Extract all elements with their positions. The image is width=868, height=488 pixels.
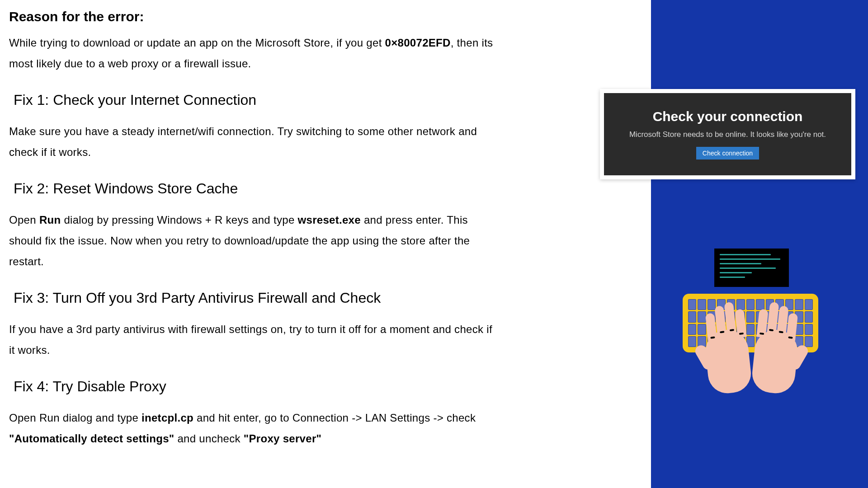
text-fragment: Open Run dialog and type (9, 412, 142, 424)
fix-body-4: Open Run dialog and type inetcpl.cp and … (9, 408, 497, 449)
fix-heading-1: Fix 1: Check your Internet Connection (14, 92, 497, 108)
fix-body-1: Make sure you have a steady internet/wif… (9, 121, 497, 162)
reason-heading: Reason for the error: (9, 9, 497, 24)
text-fragment: and hit enter, go to Connection -> LAN S… (193, 412, 476, 424)
text-fragment: "Automatically detect settings" (9, 432, 174, 445)
article-body: Reason for the error: While trying to do… (0, 0, 497, 449)
text-fragment: inetcpl.cp (142, 412, 193, 424)
fix-heading-4: Fix 4: Try Disable Proxy (14, 378, 497, 395)
right-hand-icon (746, 300, 807, 396)
text-fragment: Run (39, 214, 61, 226)
text-fragment: Open (9, 214, 39, 226)
text-fragment: If you have a 3rd party antivirus with f… (9, 323, 492, 356)
text-fragment: dialog by pressing Windows + R keys and … (61, 214, 297, 226)
error-code: 0×80072EFD (385, 37, 451, 49)
fix-heading-3: Fix 3: Turn Off you 3rd Party Antivirus … (14, 290, 497, 306)
text-fragment: Make sure you have a steady internet/wif… (9, 125, 477, 158)
reason-text: While trying to download or update an ap… (9, 33, 497, 74)
text-fragment: "Proxy server" (244, 432, 321, 445)
text-fragment: wsreset.exe (298, 214, 361, 226)
fix-heading-2: Fix 2: Reset Windows Store Cache (14, 180, 497, 197)
fix-body-3: If you have a 3rd party antivirus with f… (9, 319, 497, 360)
fix-body-2: Open Run dialog by pressing Windows + R … (9, 210, 497, 272)
check-connection-inner: Check your connection Microsoft Store ne… (604, 93, 851, 175)
terminal-icon (714, 249, 789, 287)
check-connection-button[interactable]: Check connection (696, 147, 759, 160)
connection-card-title: Check your connection (653, 109, 803, 124)
text-fragment: and uncheck (174, 432, 243, 445)
check-connection-card: Check your connection Microsoft Store ne… (600, 89, 855, 179)
sidebar-blue-panel (651, 0, 868, 488)
reason-text-before: While trying to download or update an ap… (9, 37, 385, 49)
connection-card-subtitle: Microsoft Store needs to be online. It l… (629, 129, 826, 141)
typing-illustration (683, 249, 818, 402)
